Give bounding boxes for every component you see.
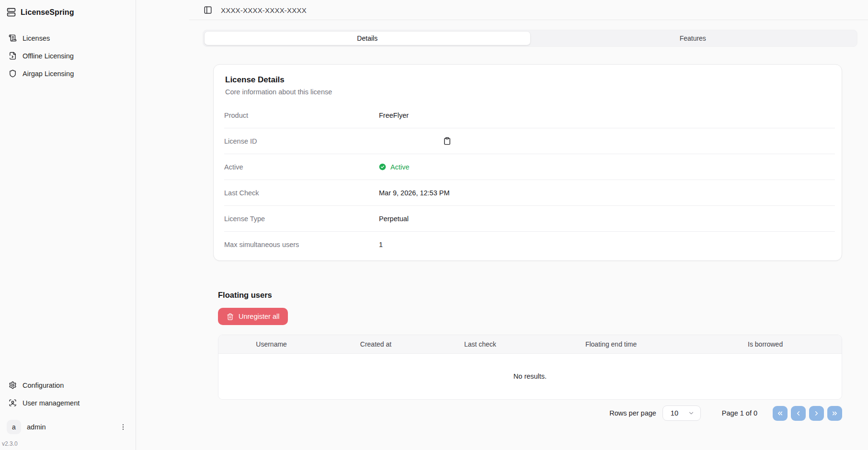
detail-label: Max simultaneous users (224, 241, 379, 248)
prev-page-button[interactable] (791, 406, 806, 421)
brand-name: LicenseSpring (21, 8, 74, 17)
content: Details Features License Details Core in… (203, 20, 857, 421)
detail-value: FreeFlyer (379, 112, 409, 119)
detail-label: License Type (224, 215, 379, 223)
floating-users-section: Floating users Unregister all UsernameCr… (218, 291, 842, 421)
sidebar-toggle-button[interactable] (204, 6, 212, 14)
rows-per-page-label: Rows per page (609, 409, 656, 417)
detail-rows: ProductFreeFlyerLicense IDActiveActiveLa… (224, 102, 835, 258)
floating-users-table: UsernameCreated atLast checkFloating end… (218, 335, 842, 400)
pagination: Rows per page 10 Page 1 of 0 (218, 405, 842, 421)
license-detail-row: Max simultaneous users1 (224, 232, 835, 258)
brand: LicenseSpring (6, 5, 130, 20)
sidebar-item-label: User management (23, 399, 80, 407)
next-page-button[interactable] (809, 406, 824, 421)
license-detail-row: Last CheckMar 9, 2026, 12:53 PM (224, 180, 835, 206)
app-version: v2.3.0 (2, 437, 130, 447)
shield-icon (9, 69, 17, 78)
tab-features[interactable]: Features (530, 32, 856, 45)
table-column-header: Created at (324, 335, 427, 353)
empty-results-cell: No results. (218, 353, 842, 399)
file-output-icon (9, 52, 17, 60)
sidebar-item-label: Licenses (23, 34, 50, 42)
tabbar: Details Features (203, 30, 857, 47)
sidebar-item-user-management[interactable]: User management (6, 395, 130, 411)
status-text: Active (390, 163, 410, 171)
chevron-right-icon (813, 410, 820, 417)
main-header: XXXX-XXXX-XXXX-XXXX (136, 0, 868, 20)
detail-value (379, 136, 452, 146)
detail-value: 1 (379, 241, 383, 248)
user-scan-icon (9, 399, 17, 407)
sidebar-nav: LicensesOffline LicensingAirgap Licensin… (6, 30, 130, 81)
license-detail-row: ActiveActive (224, 154, 835, 180)
detail-label: Last Check (224, 189, 379, 197)
detail-label: Active (224, 163, 379, 171)
tab-details[interactable]: Details (205, 32, 530, 45)
license-detail-row: ProductFreeFlyer (224, 102, 835, 128)
user-menu-button[interactable] (118, 422, 128, 432)
sidebar-item-airgap-licensing[interactable]: Airgap Licensing (6, 66, 130, 81)
panel-left-icon (204, 6, 212, 14)
card-subtitle: Core information about this license (214, 88, 835, 96)
floating-users-title: Floating users (218, 291, 842, 300)
chevrons-left-icon (777, 410, 784, 417)
chevron-left-icon (795, 410, 802, 417)
sidebar: LicenseSpring LicensesOffline LicensingA… (0, 0, 136, 450)
page-title: XXXX-XXXX-XXXX-XXXX (221, 6, 307, 14)
license-detail-row: License ID (224, 128, 835, 154)
table-empty-row: No results. (218, 353, 842, 399)
gear-icon (9, 381, 17, 389)
detail-value: Perpetual (379, 215, 409, 223)
unregister-all-label: Unregister all (239, 313, 279, 320)
page-info: Page 1 of 0 (722, 409, 757, 417)
dots-vertical-icon (119, 423, 127, 431)
unregister-all-button[interactable]: Unregister all (218, 308, 288, 325)
sidebar-item-label: Airgap Licensing (23, 70, 74, 78)
status-badge: Active (379, 163, 410, 171)
detail-label: License ID (224, 137, 379, 145)
scroll-text-icon (9, 34, 17, 42)
table-column-header: Floating end time (533, 335, 689, 353)
license-details-card: License Details Core information about t… (213, 64, 842, 261)
table-column-header: Last check (427, 335, 533, 353)
sidebar-item-label: Offline Licensing (23, 52, 74, 60)
user-name: admin (27, 423, 113, 431)
check-circle-icon (379, 163, 386, 170)
table-header-row: UsernameCreated atLast checkFloating end… (218, 335, 842, 353)
sidebar-item-configuration[interactable]: Configuration (6, 377, 130, 393)
main-area: XXXX-XXXX-XXXX-XXXX Details Features Lic… (136, 0, 868, 450)
detail-label: Product (224, 112, 379, 119)
chevron-down-icon (688, 410, 695, 416)
card-title: License Details (214, 75, 835, 85)
sidebar-item-licenses[interactable]: Licenses (6, 30, 130, 46)
license-detail-row: License TypePerpetual (224, 206, 835, 232)
sidebar-item-offline-licensing[interactable]: Offline Licensing (6, 48, 130, 64)
detail-value: Mar 9, 2026, 12:53 PM (379, 189, 450, 197)
table-column-header: Is borrowed (689, 335, 842, 353)
pagination-buttons (773, 406, 842, 421)
rows-per-page-select[interactable]: 10 (662, 405, 701, 421)
trash-icon (227, 313, 234, 320)
last-page-button[interactable] (827, 406, 842, 421)
clipboard-icon (443, 137, 451, 145)
rows-per-page-value: 10 (671, 409, 678, 417)
sidebar-footer-nav: ConfigurationUser management (6, 377, 130, 411)
server-icon (7, 8, 16, 17)
sidebar-item-label: Configuration (23, 382, 64, 389)
detail-value: Active (379, 163, 410, 171)
chevrons-right-icon (831, 410, 838, 417)
sidebar-user-row[interactable]: a admin (6, 417, 130, 437)
table-column-header: Username (218, 335, 324, 353)
avatar: a (7, 420, 21, 434)
copy-license-id-button[interactable] (442, 136, 452, 146)
first-page-button[interactable] (773, 406, 788, 421)
sidebar-spacer (6, 81, 130, 367)
